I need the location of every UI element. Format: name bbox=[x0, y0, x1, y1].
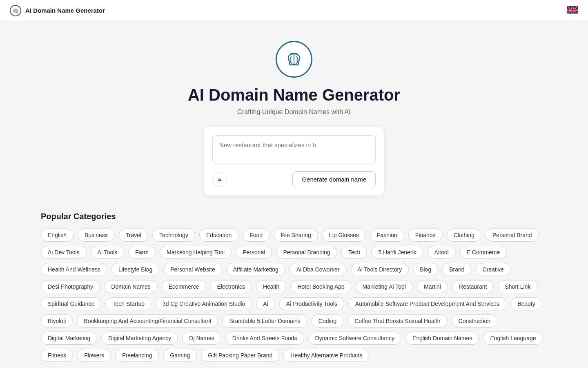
category-tag[interactable]: Affiliate Marketing bbox=[226, 263, 285, 276]
category-tag[interactable]: Desi Photography bbox=[41, 280, 100, 293]
category-tag[interactable]: Spiritual Guidance bbox=[41, 297, 101, 310]
category-tag[interactable]: E Commerce bbox=[460, 246, 507, 259]
category-tag[interactable]: English Domain Names bbox=[405, 332, 479, 345]
category-tag[interactable]: Short Link bbox=[498, 280, 537, 293]
settings-button[interactable]: ≡ bbox=[212, 172, 227, 187]
category-tag[interactable]: Domain Names bbox=[104, 280, 157, 293]
brain-svg bbox=[283, 49, 305, 70]
category-tag[interactable]: Tech Startup bbox=[105, 297, 151, 310]
category-tag[interactable]: Tech bbox=[341, 246, 368, 259]
svg-text:🧠: 🧠 bbox=[12, 7, 19, 14]
category-tag[interactable]: Health bbox=[256, 280, 286, 293]
category-tag[interactable]: English Language bbox=[483, 332, 543, 345]
category-tag[interactable]: Personal Branding bbox=[276, 246, 337, 259]
tags-container: EnglishBusinessTravelTechnologyEducation… bbox=[41, 229, 547, 362]
category-tag[interactable]: Drinks And Streets Foods bbox=[225, 332, 304, 345]
hero-subtitle: Crafting Unique Domain Names with AI bbox=[237, 108, 350, 116]
search-actions: ≡ Generate domain name bbox=[212, 171, 376, 187]
category-tag[interactable]: 5 Harfli Jenerik bbox=[371, 246, 423, 259]
category-tag[interactable]: Marketing Helping Tool bbox=[160, 246, 232, 259]
category-tag[interactable]: Business bbox=[78, 229, 115, 242]
category-tag[interactable]: Healthy Alternative Products bbox=[283, 349, 369, 362]
category-tag[interactable]: English bbox=[41, 229, 74, 242]
header: 🧠 AI Domain Name Generator bbox=[0, 0, 588, 21]
language-flag[interactable] bbox=[567, 6, 578, 16]
category-tag[interactable]: Personal bbox=[236, 246, 272, 259]
category-tag[interactable]: Lifestyle Blog bbox=[111, 263, 159, 276]
category-tag[interactable]: Food bbox=[243, 229, 270, 242]
category-tag[interactable]: Martini bbox=[417, 280, 448, 293]
category-tag[interactable]: Hotel Booking App bbox=[290, 280, 351, 293]
category-tag[interactable]: Farm bbox=[128, 246, 156, 259]
category-tag[interactable]: Dj Names bbox=[182, 332, 221, 345]
hero-brain-icon bbox=[276, 41, 312, 78]
header-logo-icon: 🧠 bbox=[10, 5, 21, 16]
category-tag[interactable]: Brand bbox=[442, 263, 471, 276]
category-tag[interactable]: Digital Marketing Agency bbox=[101, 332, 178, 345]
category-tag[interactable]: Health And Wellness bbox=[41, 263, 107, 276]
category-tag[interactable]: Lip Glosses bbox=[322, 229, 366, 242]
category-tag[interactable]: Gaming bbox=[163, 349, 197, 362]
category-tag[interactable]: Finance bbox=[408, 229, 443, 242]
category-tag[interactable]: Restaurant bbox=[452, 280, 494, 293]
header-title: AI Domain Name Generator bbox=[25, 7, 105, 14]
category-tag[interactable]: Fashion bbox=[370, 229, 404, 242]
category-tag[interactable]: File Sharing bbox=[274, 229, 318, 242]
category-tag[interactable]: Construction bbox=[452, 314, 498, 328]
category-tag[interactable]: Dynamic Software Consultancy bbox=[308, 332, 402, 345]
category-tag[interactable]: Personal Website bbox=[163, 263, 222, 276]
category-tag[interactable]: Digital Marketing bbox=[41, 332, 97, 345]
category-tag[interactable]: Gift Packing Paper Brand bbox=[201, 349, 279, 362]
category-tag[interactable]: Marketing Ai Tool bbox=[356, 280, 413, 293]
header-left: 🧠 AI Domain Name Generator bbox=[10, 5, 105, 16]
category-tag[interactable]: Personal Brand bbox=[486, 229, 539, 242]
category-tag[interactable]: Creative bbox=[476, 263, 511, 276]
category-tag[interactable]: Ai Dev Tools bbox=[41, 246, 87, 259]
search-input[interactable] bbox=[212, 135, 376, 164]
category-tag[interactable]: Ai Tools Directory bbox=[351, 263, 409, 276]
category-tag[interactable]: Technology bbox=[152, 229, 195, 242]
category-tag[interactable]: Clothing bbox=[447, 229, 481, 242]
categories-title: Popular Categories bbox=[41, 212, 547, 221]
category-tag[interactable]: Freelancing bbox=[115, 349, 159, 362]
category-tag[interactable]: Ai Tools bbox=[91, 246, 125, 259]
category-tag[interactable]: Aitool bbox=[428, 246, 456, 259]
category-tag[interactable]: Ai Dba Coworker bbox=[290, 263, 347, 276]
category-tag[interactable]: Education bbox=[199, 229, 238, 242]
main-content: AI Domain Name Generator Crafting Unique… bbox=[0, 21, 588, 362]
category-tag[interactable]: Electronics bbox=[210, 280, 252, 293]
category-tag[interactable]: Bookkeeping And Accounting/Financial Con… bbox=[77, 314, 218, 328]
category-tag[interactable]: Fitness bbox=[41, 349, 73, 362]
generate-button[interactable]: Generate domain name bbox=[292, 171, 376, 187]
settings-icon: ≡ bbox=[218, 176, 221, 183]
category-tag[interactable]: Coffee That Boosts Sexual Health bbox=[347, 314, 447, 328]
category-tag[interactable]: Coding bbox=[312, 314, 343, 328]
category-tag[interactable]: Blog bbox=[413, 263, 438, 276]
category-tag[interactable]: Biyoloji bbox=[41, 314, 73, 328]
category-tag[interactable]: Automobile Software Product Development … bbox=[348, 297, 506, 310]
category-tag[interactable]: 3d Cg Creative Animation Studio bbox=[156, 297, 252, 310]
category-tag[interactable]: Brandable 5 Letter Domains bbox=[222, 314, 307, 328]
category-tag[interactable]: Beauty bbox=[510, 297, 542, 310]
category-tag[interactable]: Flowers bbox=[77, 349, 111, 362]
category-tag[interactable]: Travel bbox=[119, 229, 148, 242]
hero-title: AI Domain Name Generator bbox=[188, 86, 400, 104]
category-tag[interactable]: Ai Productivity Tools bbox=[279, 297, 344, 310]
search-card: ≡ Generate domain name bbox=[204, 127, 384, 195]
category-tag[interactable]: Ecommerce bbox=[162, 280, 206, 293]
categories-section: Popular Categories EnglishBusinessTravel… bbox=[16, 212, 572, 362]
category-tag[interactable]: Ai bbox=[256, 297, 275, 310]
